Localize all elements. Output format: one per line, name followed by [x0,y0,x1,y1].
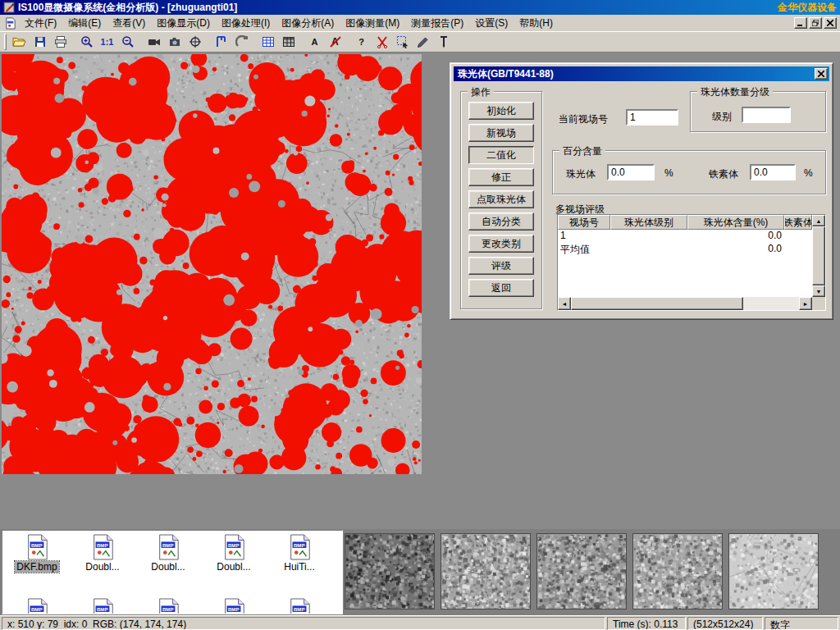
minimize-icon [797,21,804,26]
auto-classify-button[interactable]: 自动分类 [468,212,534,231]
scroll-down-button[interactable]: ▼ [812,285,825,297]
bmp-file-icon: BMP [221,598,246,614]
video-capture-button[interactable] [144,32,164,52]
title-bar: IS100显微摄像系统(金相分析版) - [zhuguangti01] 金华仪器… [0,0,840,15]
pick-pearlite-button[interactable]: 点取珠光体 [468,190,534,208]
pearlite-percent-input[interactable] [607,164,655,180]
thumbnail-canvas[interactable] [345,533,435,609]
file-item[interactable]: BMP HuiTi... [268,534,331,573]
cell-ferrite [784,230,812,243]
table-vscrollbar[interactable]: ▲ ▼ [812,215,825,297]
table-row[interactable]: 1 0.0 [558,230,812,243]
scroll-up-button[interactable]: ▲ [812,215,825,226]
change-class-button[interactable]: 更改类别 [468,235,534,253]
menu-item-image-processing[interactable]: 图像处理(I) [216,15,276,32]
menu-item-image-measure[interactable]: 图像测量(M) [340,15,405,32]
ferrite-percent-input[interactable] [750,164,796,180]
child-window-icon[interactable] [4,17,16,30]
dropper-button[interactable] [413,32,433,52]
current-view-input[interactable] [626,109,678,126]
file-item[interactable]: BMP [203,598,265,614]
bmp-file-icon: BMP [287,598,312,614]
svg-text:BMP: BMP [228,606,240,612]
column-header-pearlite-content[interactable]: 珠光体含量(%) [687,215,784,230]
save-button[interactable] [30,32,50,52]
caliper-button[interactable] [211,32,231,52]
mdi-close-button[interactable] [824,17,837,29]
text-tool-button[interactable]: A [304,32,325,52]
percent-group-label: 百分含量 [559,144,605,158]
zoom-out-button[interactable] [117,32,138,52]
thumbnail-canvas[interactable] [632,533,723,609]
column-header-grade[interactable]: 珠光体级别 [610,215,687,230]
toolbar-grip[interactable] [4,34,7,50]
correct-button[interactable]: 修正 [468,168,534,186]
caliper-icon [215,35,228,48]
help-button[interactable]: ? [351,32,372,52]
rate-button[interactable]: 评级 [468,257,534,275]
menu-item-settings[interactable]: 设置(S) [469,15,514,32]
vscroll-thumb[interactable] [812,226,825,285]
operations-group-label: 操作 [468,85,494,99]
file-item[interactable]: BMP Doubl... [71,534,134,573]
mdi-minimize-button[interactable] [794,17,807,29]
file-name: DKF.bmp [15,561,58,573]
file-item[interactable]: BMP [71,598,134,614]
init-button[interactable]: 初始化 [468,102,534,120]
mdi-restore-button[interactable] [809,17,822,29]
column-header-ferrite[interactable]: 铁素体 [784,215,812,230]
table-hscrollbar[interactable]: ◄ ► [558,297,812,310]
grade-input[interactable] [742,107,791,123]
file-item[interactable]: BMP [137,598,199,614]
text-off-button[interactable]: A [325,32,345,52]
menu-item-help[interactable]: 帮助(H) [514,15,559,32]
open-button[interactable] [9,32,30,52]
cell-grade [610,243,687,256]
table-button[interactable] [258,32,278,52]
file-item[interactable]: BMP Doubl... [203,534,265,573]
menu-item-view[interactable]: 查看(V) [107,15,151,32]
zoom-in-button[interactable] [76,32,97,52]
actual-size-button[interactable]: 1:1 [97,32,117,52]
file-item[interactable]: BMP Doubl... [137,534,199,573]
table-row[interactable]: 平均值 0.0 [558,243,812,256]
thumbnail-canvas[interactable] [728,533,819,609]
menu-item-measure-report[interactable]: 测量报告(P) [405,15,469,32]
grid-button[interactable] [278,32,299,52]
select-area-button[interactable] [392,32,413,52]
file-item[interactable]: BMP [268,598,331,614]
column-header-view[interactable]: 视场号 [558,215,610,230]
scroll-left-button[interactable]: ◄ [558,297,571,310]
menu-item-image-analysis[interactable]: 图像分析(A) [276,15,340,32]
camera-button[interactable] [164,32,185,52]
cell-pearlite-content: 0.0 [687,230,784,243]
target-button[interactable] [185,32,205,52]
new-view-button[interactable]: 新视场 [468,124,534,142]
scroll-left-icon: ◄ [562,301,568,307]
close-icon [818,71,824,77]
file-item[interactable]: BMP [6,598,68,614]
toolbar-separator [299,32,304,52]
scissors-icon [376,35,389,48]
cut-button[interactable] [372,32,392,52]
hscroll-thumb[interactable] [571,297,743,310]
thumbnail-canvas[interactable] [536,533,627,609]
text-tool-icon: A [312,37,318,47]
file-item[interactable]: BMP DKF.bmp [6,534,68,573]
scroll-right-button[interactable]: ► [799,297,812,310]
menu-item-file[interactable]: 文件(F) [19,15,62,32]
file-browser: BMP DKF.bmp BMP Doubl... [2,530,343,614]
dialog-title-bar[interactable]: 珠光体(GB/T9441-88) [454,66,829,81]
plumb-button[interactable] [433,32,454,52]
menu-item-edit[interactable]: 编辑(E) [62,15,107,32]
hscroll-track[interactable] [743,297,799,310]
binarize-button[interactable]: 二值化 [468,146,534,164]
menu-item-image-display[interactable]: 图像显示(D) [151,15,216,32]
metallograph-canvas[interactable] [2,54,422,474]
return-button[interactable]: 返回 [468,279,534,297]
dialog-close-button[interactable] [815,68,828,80]
thumbnail-canvas[interactable] [441,533,531,609]
micrometer-button[interactable] [231,32,252,52]
print-button[interactable] [50,32,71,52]
svg-text:BMP: BMP [294,606,305,612]
